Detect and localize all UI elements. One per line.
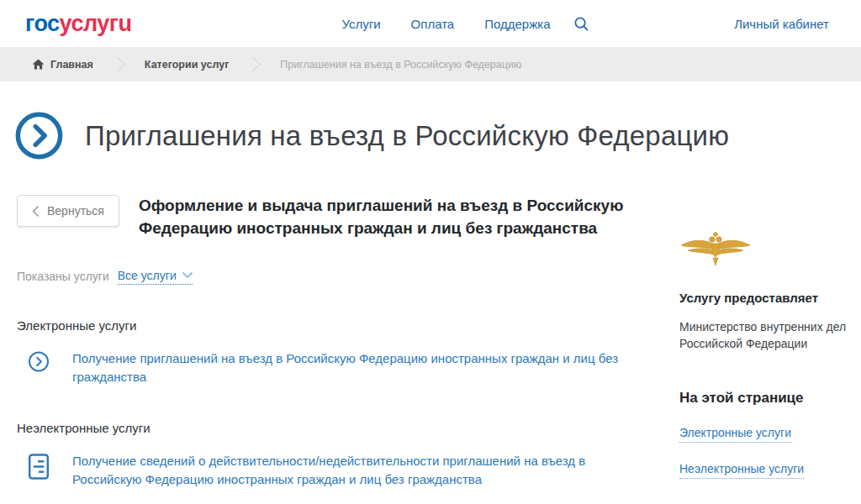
electronic-service-row: Получение приглашений на въезд в Российс… bbox=[17, 349, 647, 387]
search-button[interactable] bbox=[573, 16, 589, 32]
chevron-right-icon bbox=[246, 56, 261, 71]
filter-row: Показаны услуги Все услуги bbox=[17, 269, 647, 285]
services-filter-dropdown[interactable]: Все услуги bbox=[118, 269, 193, 285]
filter-label: Показаны услуги bbox=[17, 270, 109, 283]
logo-part-blue: гос bbox=[25, 11, 60, 36]
provider-heading: Услугу предоставляет bbox=[679, 291, 848, 305]
home-icon bbox=[32, 59, 45, 70]
breadcrumb-home-label: Главная bbox=[50, 59, 93, 71]
breadcrumb-categories-label: Категории услуг bbox=[145, 59, 230, 71]
search-icon bbox=[573, 16, 589, 32]
electronic-services-heading: Электронные услуги bbox=[17, 318, 647, 333]
chevron-right-icon bbox=[109, 56, 124, 71]
logo-part-red: услугu bbox=[60, 11, 132, 36]
breadcrumb: Главная Категории услуг Приглашения на в… bbox=[0, 47, 861, 81]
document-icon bbox=[28, 454, 50, 480]
filter-value-label: Все услуги bbox=[118, 269, 177, 282]
nonelectronic-service-link[interactable]: Получение сведений о действительности/не… bbox=[72, 452, 619, 490]
main-nav: Услуги Оплата Поддержка bbox=[341, 17, 550, 31]
breadcrumb-categories[interactable]: Категории услуг bbox=[145, 59, 230, 71]
breadcrumb-current: Приглашения на въезд в Российскую Федера… bbox=[280, 59, 521, 71]
chevron-down-icon bbox=[182, 272, 193, 279]
chevron-left-icon bbox=[32, 206, 39, 217]
personal-account-link[interactable]: Личный кабинет bbox=[734, 17, 829, 31]
back-button[interactable]: Вернуться bbox=[17, 195, 119, 227]
top-header: госуслугu Услуги Оплата Поддержка Личный… bbox=[0, 0, 861, 47]
page-title-row: Приглашения на въезд в Российскую Федера… bbox=[15, 112, 861, 160]
main-content: Вернуться Оформление и выдача приглашени… bbox=[0, 195, 647, 490]
nav-payment[interactable]: Оплата bbox=[411, 17, 455, 31]
nonelectronic-services-heading: Неэлектронные услуги bbox=[17, 421, 647, 435]
page-title: Приглашения на въезд в Российскую Федера… bbox=[85, 120, 729, 152]
mvd-emblem-icon bbox=[679, 230, 752, 270]
back-button-label: Вернуться bbox=[47, 204, 104, 218]
anchor-nonelectronic-services[interactable]: Неэлектронные услуги bbox=[679, 462, 804, 479]
nav-services[interactable]: Услуги bbox=[341, 17, 380, 31]
provider-name: Министерство внутренних дел Российской Ф… bbox=[679, 318, 848, 353]
anchor-electronic-services[interactable]: Электронные услуги bbox=[679, 426, 791, 443]
breadcrumb-current-label: Приглашения на въезд в Российскую Федера… bbox=[280, 59, 521, 71]
electronic-service-link[interactable]: Получение приглашений на въезд в Российс… bbox=[72, 349, 619, 387]
circle-arrow-icon bbox=[15, 112, 63, 160]
gosuslugi-logo[interactable]: госуслугu bbox=[25, 11, 131, 37]
on-this-page-heading: На этой странице bbox=[679, 390, 848, 407]
sidebar: Услугу предоставляет Министерство внутре… bbox=[679, 230, 848, 479]
circle-arrow-icon bbox=[28, 351, 50, 372]
service-subtitle: Оформление и выдача приглашений на въезд… bbox=[139, 195, 635, 240]
breadcrumb-home[interactable]: Главная bbox=[32, 59, 93, 71]
nav-support[interactable]: Поддержка bbox=[484, 17, 550, 31]
nonelectronic-service-row: Получение сведений о действительности/не… bbox=[17, 452, 647, 490]
subtitle-row: Вернуться Оформление и выдача приглашени… bbox=[17, 195, 647, 240]
